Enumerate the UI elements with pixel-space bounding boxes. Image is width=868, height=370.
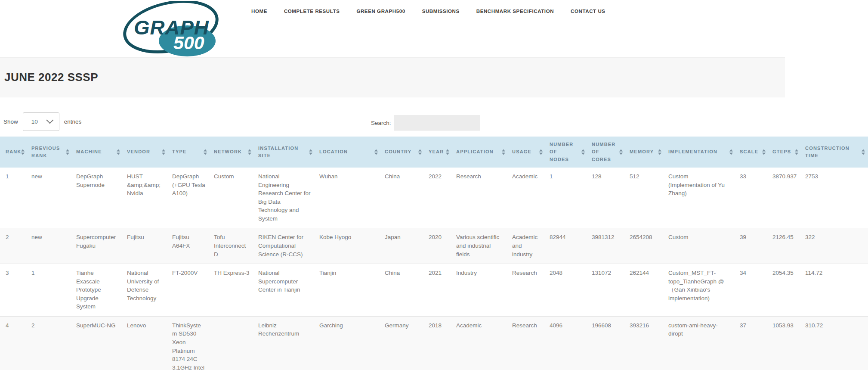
page-length-value: 10	[31, 118, 38, 125]
column-header-rank[interactable]: RANK	[0, 137, 28, 168]
column-header-usage[interactable]: USAGE	[508, 137, 546, 168]
cell-country: China	[381, 168, 425, 228]
cell-scale: 39	[736, 228, 769, 264]
sort-icon[interactable]	[21, 149, 25, 155]
entries-label: entries	[64, 118, 82, 125]
cell-implementation: Custom_MST_FT-topo_TianheGraph @（Gan Xin…	[664, 264, 736, 317]
column-header-construction-time[interactable]: CONSTRUCTION TIME	[801, 137, 868, 168]
column-header-country[interactable]: COUNTRY	[381, 137, 425, 168]
sort-icon[interactable]	[795, 149, 798, 155]
cell-machine: DepGraph Supernode	[72, 168, 123, 228]
table-row: 2 new Supercomputer Fugaku Fujitsu Fujit…	[0, 228, 868, 264]
cell-construction-time: 310.72	[801, 316, 868, 370]
header-row: RANK PREVIOUS RANK MACHINE VENDOR TYPE N…	[0, 137, 868, 168]
sort-icon[interactable]	[418, 149, 422, 155]
column-label: INSTALLATION SITE	[258, 146, 298, 158]
column-header-memory[interactable]: MEMORY	[626, 137, 664, 168]
sort-icon[interactable]	[658, 149, 661, 155]
column-header-vendor[interactable]: VENDOR	[123, 137, 168, 168]
sort-icon[interactable]	[581, 149, 585, 155]
column-header-machine[interactable]: MACHINE	[72, 137, 123, 168]
sort-icon[interactable]	[502, 149, 505, 155]
column-header-year[interactable]: YEAR	[425, 137, 452, 168]
sort-icon[interactable]	[204, 149, 207, 155]
table-controls: Show 10 entries Search:	[0, 97, 868, 137]
cell-scale: 37	[736, 316, 769, 370]
column-label: YEAR	[429, 149, 444, 154]
table-row: 1 new DepGraph Supernode HUST &amp;&amp;…	[0, 168, 868, 228]
column-header-scale[interactable]: SCALE	[736, 137, 769, 168]
cell-application: Industry	[452, 264, 508, 317]
cell-location: Garching	[315, 316, 381, 370]
cell-application: Academic	[452, 316, 508, 370]
cell-gteps: 3870.937	[769, 168, 801, 228]
search-control: Search:	[371, 115, 480, 131]
cell-number-of-cores: 196608	[588, 316, 626, 370]
nav-item-complete-results[interactable]: COMPLETE RESULTS	[284, 9, 340, 14]
column-header-number-of-nodes[interactable]: NUMBER OF NODES	[546, 137, 588, 168]
table-header: RANK PREVIOUS RANK MACHINE VENDOR TYPE N…	[0, 137, 868, 168]
cell-construction-time: 322	[801, 228, 868, 264]
sort-icon[interactable]	[539, 149, 543, 155]
cell-previous-rank: 2	[28, 316, 72, 370]
cell-number-of-nodes: 1	[546, 168, 588, 228]
column-label: NETWORK	[214, 149, 242, 154]
cell-year: 2020	[425, 228, 452, 264]
cell-scale: 33	[736, 168, 769, 228]
page-length-select[interactable]: 10	[23, 112, 59, 131]
sort-icon[interactable]	[729, 149, 733, 155]
cell-network: TH Express-3	[210, 264, 254, 317]
sort-icon[interactable]	[619, 149, 623, 155]
sort-icon[interactable]	[446, 149, 449, 155]
cell-year: 2021	[425, 264, 452, 317]
nav-item-green-graph500[interactable]: GREEN GRAPH500	[356, 9, 405, 14]
main-nav: HOME COMPLETE RESULTS GREEN GRAPH500 SUB…	[251, 9, 605, 14]
cell-year: 2018	[425, 316, 452, 370]
column-label: NUMBER OF CORES	[592, 142, 615, 162]
cell-application: Research	[452, 168, 508, 228]
column-header-gteps[interactable]: GTEPS	[769, 137, 801, 168]
nav-item-contact-us[interactable]: CONTACT US	[571, 9, 605, 14]
nav-item-benchmark-specification[interactable]: BENCHMARK SPECIFICATION	[476, 9, 554, 14]
sort-icon[interactable]	[117, 149, 120, 155]
sort-icon[interactable]	[248, 149, 251, 155]
sort-icon[interactable]	[309, 149, 312, 155]
column-header-application[interactable]: APPLICATION	[452, 137, 508, 168]
column-header-type[interactable]: TYPE	[168, 137, 210, 168]
cell-type: DepGraph (+GPU Tesla A100)	[168, 168, 210, 228]
column-label: MEMORY	[630, 149, 654, 154]
column-header-network[interactable]: NETWORK	[210, 137, 254, 168]
cell-installation-site: Leibniz Rechenzentrum	[254, 316, 315, 370]
search-input[interactable]	[394, 115, 480, 131]
column-label: IMPLEMENTATION	[668, 149, 717, 154]
cell-number-of-cores: 128	[588, 168, 626, 228]
column-header-installation-site[interactable]: INSTALLATION SITE	[254, 137, 315, 168]
nav-item-submissions[interactable]: SUBMISSIONS	[422, 9, 460, 14]
sort-icon[interactable]	[162, 149, 165, 155]
column-header-implementation[interactable]: IMPLEMENTATION	[664, 137, 736, 168]
sort-icon[interactable]	[762, 149, 766, 155]
column-header-location[interactable]: LOCATION	[315, 137, 381, 168]
cell-usage: Research	[508, 316, 546, 370]
column-header-number-of-cores[interactable]: NUMBER OF CORES	[588, 137, 626, 168]
column-header-previous-rank[interactable]: PREVIOUS RANK	[28, 137, 72, 168]
sort-icon[interactable]	[66, 149, 69, 155]
cell-memory: 262144	[626, 264, 664, 317]
cell-memory: 393216	[626, 316, 664, 370]
cell-machine: Supercomputer Fugaku	[72, 228, 123, 264]
cell-number-of-nodes: 82944	[546, 228, 588, 264]
cell-location: Wuhan	[315, 168, 381, 228]
table-body: 1 new DepGraph Supernode HUST &amp;&amp;…	[0, 168, 868, 370]
cell-gteps: 1053.93	[769, 316, 801, 370]
graph500-logo[interactable]: GRAPH 500	[122, 1, 222, 57]
cell-machine: Tianhe Exascale Prototype Upgrade System	[72, 264, 123, 317]
page-title: JUNE 2022 SSSP	[4, 71, 98, 84]
page-length-control: Show 10 entries	[3, 112, 81, 131]
nav-item-home[interactable]: HOME	[251, 9, 267, 14]
cell-implementation: Custom	[664, 228, 736, 264]
sort-icon[interactable]	[862, 149, 865, 155]
column-label: MACHINE	[76, 149, 102, 154]
sort-icon[interactable]	[374, 149, 378, 155]
cell-previous-rank: 1	[28, 264, 72, 317]
cell-usage: Academic and industry	[508, 228, 546, 264]
